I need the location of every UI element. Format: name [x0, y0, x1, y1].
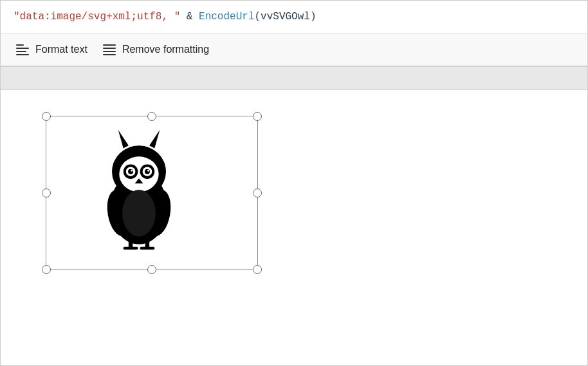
code-operator: & [180, 11, 199, 23]
svg-point-11 [145, 169, 150, 174]
remove-formatting-button[interactable]: Remove formatting [98, 39, 219, 60]
svg-rect-24 [149, 247, 155, 250]
code-variable: vvSVGOwl [261, 11, 310, 23]
svg-point-8 [131, 170, 133, 172]
svg-point-12 [147, 170, 149, 172]
gray-area [1, 67, 587, 90]
canvas-area[interactable] [1, 90, 587, 336]
code-string: "data:image/svg+xml;utf8, " [14, 11, 180, 23]
code-function: EncodeUrl [199, 11, 254, 23]
owl-image [84, 122, 194, 257]
svg-marker-2 [118, 131, 129, 149]
format-text-button[interactable]: Format text [11, 39, 98, 60]
handle-bottom-middle[interactable] [147, 265, 156, 274]
svg-point-7 [128, 169, 133, 174]
toolbar: Format text Remove formatting [1, 33, 587, 67]
svg-point-16 [122, 190, 156, 237]
code-close-paren: ) [310, 11, 317, 23]
svg-container[interactable] [46, 116, 258, 270]
code-open-paren: ( [254, 11, 261, 23]
format-text-icon [16, 44, 30, 55]
handle-top-middle[interactable] [147, 112, 156, 121]
svg-marker-3 [149, 131, 160, 149]
handle-middle-left[interactable] [42, 188, 51, 197]
svg-rect-20 [132, 247, 138, 250]
handle-top-right[interactable] [253, 112, 262, 121]
remove-formatting-label: Remove formatting [122, 44, 209, 55]
handle-bottom-left[interactable] [42, 265, 51, 274]
code-line: "data:image/svg+xml;utf8, " & EncodeUrl(… [1, 1, 587, 33]
handle-top-left[interactable] [42, 112, 51, 121]
handle-middle-right[interactable] [253, 188, 262, 197]
format-text-label: Format text [35, 44, 87, 55]
remove-formatting-icon [103, 44, 117, 55]
handle-bottom-right[interactable] [253, 265, 262, 274]
